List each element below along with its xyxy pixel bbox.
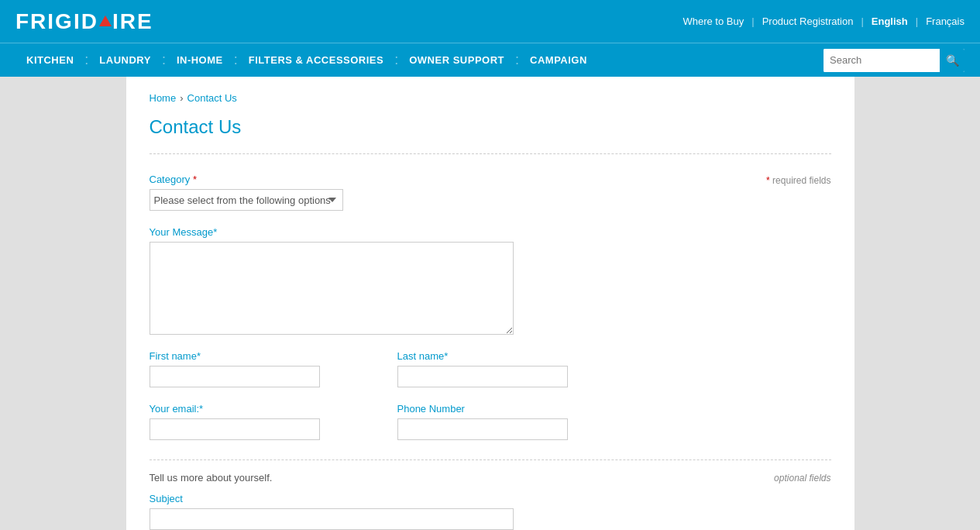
search-icon: 🔍 [946,54,959,67]
email-input[interactable] [150,418,320,440]
category-field-group: Category * Please select from the follow… [150,174,343,211]
nav-items: KITCHEN : LAUNDRY : IN-HOME : FILTERS & … [15,52,824,68]
nav-bar: KITCHEN : LAUNDRY : IN-HOME : FILTERS & … [0,43,980,77]
tell-more-section: Tell us more about yourself. optional fi… [150,459,831,530]
category-select[interactable]: Please select from the following options [150,189,343,211]
subject-label: Subject [150,493,831,504]
nav-item-filters[interactable]: FILTERS & ACCESSORIES [238,54,394,66]
logo-triangle-icon [99,15,112,26]
tell-more-header: Tell us more about yourself. optional fi… [150,472,831,484]
top-divider [150,153,831,154]
subject-input[interactable] [150,508,514,530]
phone-input[interactable] [397,418,568,440]
required-note: * required fields [766,175,830,186]
required-note-container: * required fields [766,174,830,186]
search-input[interactable] [824,49,940,72]
breadcrumb-arrow: › [180,92,183,104]
where-to-buy-link[interactable]: Where to Buy [683,15,744,27]
page-title: Contact Us [150,116,831,138]
nav-item-campaign[interactable]: CAMPAIGN [519,54,598,66]
top-bar: FRIGIDIRE Where to Buy | Product Registr… [0,0,980,43]
phone-label: Phone Number [397,403,568,415]
category-header-row: Category * Please select from the follow… [150,174,831,211]
last-name-label: Last name* [397,350,568,362]
logo-text: FRIGIDIRE [15,9,153,34]
last-name-input[interactable] [397,366,568,387]
content-wrapper: Home › Contact Us Contact Us Category * … [126,77,854,530]
logo: FRIGIDIRE [15,9,153,34]
message-textarea[interactable] [150,242,514,335]
email-group: Your email:* [150,403,320,440]
optional-note: optional fields [774,473,830,484]
category-dropdown-wrapper: Please select from the following options [150,189,343,211]
phone-group: Phone Number [397,403,568,440]
top-links: Where to Buy | Product Registration | En… [683,15,965,27]
first-name-label: First name* [150,350,320,362]
breadcrumb-current: Contact Us [187,92,237,104]
search-button[interactable]: 🔍 [940,49,965,72]
breadcrumb-home[interactable]: Home [150,92,177,104]
nav-item-owner-support[interactable]: OWNER SUPPORT [398,54,515,66]
message-section: Your Message* [150,226,831,335]
tell-more-text: Tell us more about yourself. [150,472,273,484]
email-label: Your email:* [150,403,320,415]
category-label: Category * [150,174,343,185]
product-registration-link[interactable]: Product Registration [762,15,854,27]
link-separator-3: | [916,15,918,27]
search-container: 🔍 [824,49,965,72]
breadcrumb: Home › Contact Us [150,92,831,104]
nav-item-kitchen[interactable]: KITCHEN [15,54,84,66]
contact-form: Category * Please select from the follow… [150,166,831,530]
link-separator-2: | [861,15,863,27]
name-row: First name* Last name* [150,350,831,387]
last-name-group: Last name* [397,350,568,387]
nav-item-inhome[interactable]: IN-HOME [166,54,234,66]
message-label: Your Message* [150,226,831,238]
email-phone-row: Your email:* Phone Number [150,403,831,440]
francais-link[interactable]: Français [926,15,965,27]
first-name-input[interactable] [150,366,320,387]
link-separator-1: | [751,15,754,27]
first-name-group: First name* [150,350,320,387]
english-link[interactable]: English [872,15,908,27]
nav-item-laundry[interactable]: LAUNDRY [88,54,162,66]
